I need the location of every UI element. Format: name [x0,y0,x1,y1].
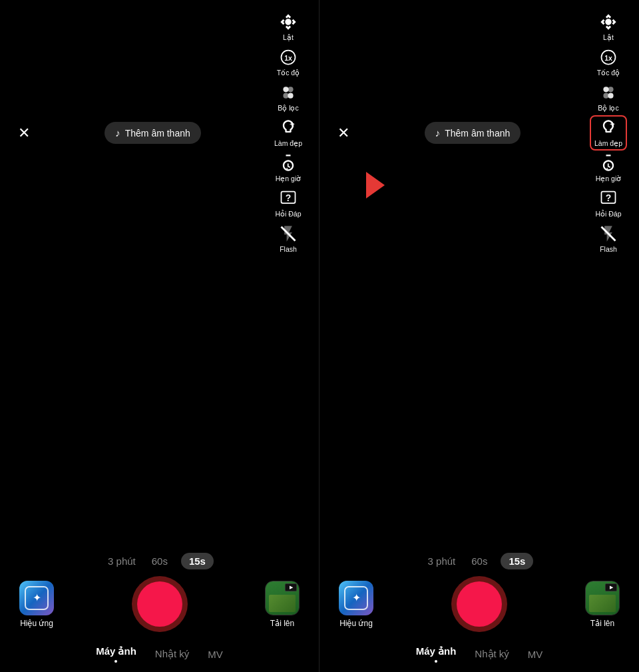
effects-label: Hiệu ứng [339,619,373,628]
top-bar: ✕♪Thêm âm thanh Lật 1x Tốc độ Bộ lọc Làm… [320,0,639,263]
toc-do-icon: 1x [279,48,298,67]
effects-button[interactable]: ✦ Hiệu ứng [333,581,379,628]
add-sound-button[interactable]: ♪Thêm âm thanh [425,122,521,144]
svg-text:?: ? [286,192,292,203]
icon-lat[interactable]: Lật [590,9,627,45]
tab-Nhật ký[interactable]: Nhật ký [475,648,509,660]
svg-point-2 [283,87,288,92]
music-icon: ♪ [435,127,441,139]
tab-Máy ảnh[interactable]: Máy ảnh [416,645,457,663]
icon-hoi-dap[interactable]: ? Hỏi Đáp [270,186,307,221]
tab-Máy ảnh[interactable]: Máy ảnh [96,645,136,663]
icon-lam-dep[interactable]: Làm đẹp [590,115,627,151]
active-tab-dot [114,660,117,663]
hen-gio-label: Hẹn giờ [276,174,302,182]
icon-hen-gio[interactable]: 3 Hẹn giờ [590,151,627,186]
svg-point-4 [283,93,288,99]
icon-hoi-dap[interactable]: ? Hỏi Đáp [590,186,627,221]
svg-point-15 [608,93,613,99]
record-button-inner [137,581,182,627]
icon-lam-dep[interactable]: Làm đẹp [270,115,307,151]
record-button[interactable] [67,576,252,632]
add-sound-label: Thêm âm thanh [445,128,510,139]
close-button[interactable]: ✕ [331,121,355,145]
tab-label-Nhật ký: Nhật ký [475,648,509,660]
panel-left: ✕♪Thêm âm thanh Lật 1x Tốc độ Bộ lọc Làm… [0,0,320,672]
lam-dep-icon [599,119,618,137]
bo-loc-icon [279,83,298,102]
hen-gio-label: Hẹn giờ [596,174,622,182]
flash-label: Flash [600,245,617,253]
music-icon: ♪ [115,127,120,139]
controls-row: ✦ Hiệu ứng ▶ Tải lên [0,576,319,639]
svg-point-13 [608,87,613,92]
record-button[interactable] [386,576,572,632]
tab-MV[interactable]: MV [208,649,223,660]
effects-icon: ✦ [19,581,54,615]
close-button[interactable]: ✕ [12,121,36,145]
icon-hen-gio[interactable]: 3 Hẹn giờ [270,151,307,186]
add-sound-label: Thêm âm thanh [125,128,190,139]
lam-dep-icon [279,119,298,137]
tab-MV[interactable]: MV [528,649,543,660]
toc-do-label: Tốc độ [277,69,300,77]
tab-label-MV: MV [208,649,223,660]
icon-bo-loc[interactable]: Bộ lọc [590,80,627,115]
upload-icon: ▶ [265,581,300,615]
bo-loc-icon [599,83,618,102]
right-icons-column: Lật 1x Tốc độ Bộ lọc Làm đẹp 3 Hẹn giờ ?… [270,9,307,256]
flash-icon [279,224,298,243]
icon-toc-do[interactable]: 1x Tốc độ [270,45,307,80]
hoi-dap-icon: ? [599,189,618,208]
bottom-section: 3 phút60s15s ✦ Hiệu ứng ▶ Tải lên Máy ản… [320,543,639,672]
bottom-section: 3 phút60s15s ✦ Hiệu ứng ▶ Tải lên Máy ản… [0,543,319,672]
svg-point-5 [288,93,293,99]
icon-flash[interactable]: Flash [590,221,627,256]
icon-flash[interactable]: Flash [270,221,307,256]
tab-label-MV: MV [528,649,543,660]
add-sound-button[interactable]: ♪Thêm âm thanh [105,122,201,144]
upload-button[interactable]: ▶ Tải lên [259,581,306,628]
hoi-dap-icon: ? [279,189,298,208]
hoi-dap-label: Hỏi Đáp [275,210,301,218]
lam-dep-label: Làm đẹp [594,139,622,147]
svg-text:1x: 1x [284,54,292,62]
controls-row: ✦ Hiệu ứng ▶ Tải lên [320,576,639,639]
bo-loc-label: Bộ lọc [278,104,299,112]
icon-toc-do[interactable]: 1x Tốc độ [590,45,627,80]
camera-area [0,263,319,543]
timer-option-60s[interactable]: 60s [149,553,170,569]
hen-gio-icon: 3 [279,154,298,172]
tab-label-Máy ảnh: Máy ảnh [416,645,457,657]
record-button-inner [457,581,502,627]
upload-label: Tải lên [590,619,614,628]
svg-point-14 [603,93,608,99]
upload-label: Tải lên [270,619,294,628]
right-icons-column: Lật 1x Tốc độ Bộ lọc Làm đẹp 3 Hẹn giờ ?… [590,9,627,256]
panel-right: ✕♪Thêm âm thanh Lật 1x Tốc độ Bộ lọc Làm… [320,0,639,672]
bo-loc-label: Bộ lọc [598,104,619,112]
timer-row: 3 phút60s15s [320,543,639,576]
timer-option-3phút[interactable]: 3 phút [105,553,138,569]
timer-option-60s[interactable]: 60s [469,553,490,569]
upload-icon: ▶ [585,581,620,615]
effects-button[interactable]: ✦ Hiệu ứng [13,581,60,628]
icon-lat[interactable]: Lật [270,9,307,45]
svg-text:1x: 1x [604,54,612,62]
timer-row: 3 phút60s15s [0,543,319,576]
lam-dep-label: Làm đẹp [274,139,302,147]
hoi-dap-label: Hỏi Đáp [595,210,621,218]
upload-button[interactable]: ▶ Tải lên [579,581,626,628]
nav-tabs: Máy ảnhNhật kýMV [0,639,319,667]
toc-do-label: Tốc độ [597,69,620,77]
tab-Nhật ký[interactable]: Nhật ký [155,648,190,660]
lat-label: Lật [283,33,294,41]
svg-point-3 [288,87,293,92]
record-button-outer [132,576,188,632]
nav-tabs: Máy ảnhNhật kýMV [320,639,639,667]
timer-option-3phút[interactable]: 3 phút [425,553,459,569]
icon-bo-loc[interactable]: Bộ lọc [270,80,307,115]
timer-option-15s[interactable]: 15s [501,553,533,569]
timer-option-15s[interactable]: 15s [181,553,214,569]
tab-label-Máy ảnh: Máy ảnh [96,645,136,657]
